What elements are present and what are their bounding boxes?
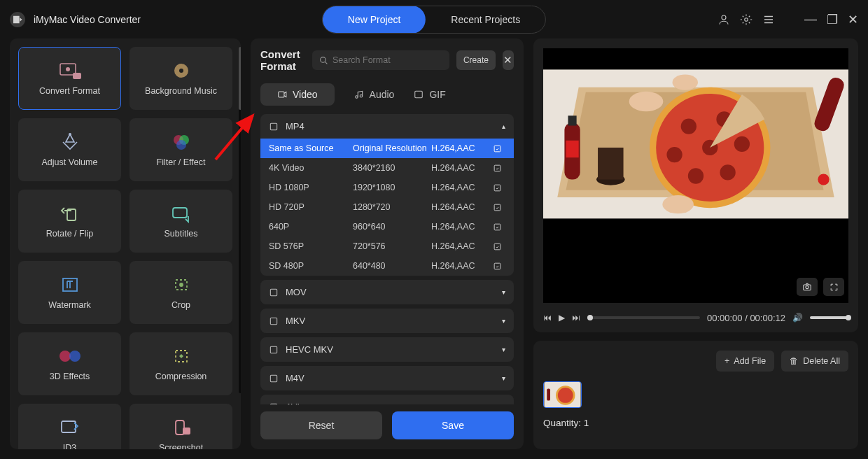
svg-rect-34 xyxy=(494,243,500,250)
tool-convert[interactable]: Convert Format xyxy=(18,47,121,110)
close-panel-button[interactable]: ✕ xyxy=(503,50,514,70)
account-icon[interactable] xyxy=(718,13,730,26)
fullscreen-button[interactable] xyxy=(823,278,844,296)
format-header[interactable]: MKV▾ xyxy=(260,309,514,333)
tool-crop[interactable]: Crop xyxy=(130,261,232,324)
chevron-down-icon: ▾ xyxy=(502,317,505,325)
format-row[interactable]: SD 480P640*480H.264,AAC xyxy=(260,256,514,276)
volume-icon[interactable]: 🔊 xyxy=(792,313,803,323)
format-header[interactable]: M4V▾ xyxy=(260,366,514,390)
format-row[interactable]: 640P960*640H.264,AAC xyxy=(260,217,514,236)
tool-music[interactable]: Background Music xyxy=(130,47,232,110)
preset-codec: H.264,AAC xyxy=(431,183,493,192)
svg-rect-12 xyxy=(173,208,187,218)
svg-point-65 xyxy=(806,286,808,289)
video-canvas[interactable] xyxy=(543,48,848,303)
title-bar: iMyMac Video Converter New Project Recen… xyxy=(0,0,868,38)
settings-icon[interactable] xyxy=(740,13,752,26)
format-header[interactable]: HEVC MKV▾ xyxy=(260,337,514,362)
reset-button[interactable]: Reset xyxy=(260,411,382,439)
tool-volume[interactable]: Adjust Volume xyxy=(18,118,121,181)
recent-projects-button[interactable]: Recent Projects xyxy=(426,6,545,34)
tool-3d[interactable]: 3D Effects xyxy=(18,332,121,395)
tool-panel-scrollbar[interactable] xyxy=(239,47,241,393)
delete-all-button[interactable]: 🗑Delete All xyxy=(781,351,848,372)
menu-icon[interactable] xyxy=(762,13,775,26)
tab-gif[interactable]: GIF xyxy=(414,89,445,100)
tool-label: Screenshot xyxy=(159,443,203,449)
volume-slider[interactable] xyxy=(810,316,848,319)
edit-preset-icon[interactable] xyxy=(493,144,505,153)
edit-preset-icon[interactable] xyxy=(493,262,505,271)
tool-label: Crop xyxy=(172,300,190,310)
format-row[interactable]: Same as SourceOriginal ResolutionH.264,A… xyxy=(260,139,514,158)
search-format-input[interactable] xyxy=(332,55,442,65)
preset-name: 640P xyxy=(269,222,353,232)
convert-icon xyxy=(56,61,84,80)
tool-label: Convert Format xyxy=(39,86,100,96)
svg-rect-30 xyxy=(494,165,500,171)
edit-preset-icon[interactable] xyxy=(493,203,505,212)
snapshot-button[interactable] xyxy=(797,278,818,296)
format-row[interactable]: SD 576P720*576H.264,AAC xyxy=(260,236,514,256)
edit-preset-icon[interactable] xyxy=(493,164,505,173)
save-button[interactable]: Save xyxy=(392,411,514,439)
preset-name: HD 720P xyxy=(269,202,353,212)
create-format-button[interactable]: Create xyxy=(456,50,496,70)
file-thumbnail[interactable] xyxy=(543,381,582,408)
tool-compress[interactable]: Compression xyxy=(130,332,232,395)
tool-id3[interactable]: ID3 xyxy=(18,404,121,449)
svg-point-10 xyxy=(176,140,186,150)
new-project-button[interactable]: New Project xyxy=(323,6,426,34)
svg-point-62 xyxy=(662,195,694,213)
trash-icon: 🗑 xyxy=(790,356,799,366)
next-button[interactable]: ⏭ xyxy=(572,313,580,323)
tool-subtitles[interactable]: Subtitles xyxy=(130,190,232,253)
preset-resolution: 1280*720 xyxy=(353,202,431,212)
format-header[interactable]: MP4▴ xyxy=(260,114,514,139)
svg-rect-38 xyxy=(270,346,276,353)
play-button[interactable]: ▶ xyxy=(559,313,565,323)
format-header[interactable]: MOV▾ xyxy=(260,280,514,304)
window-maximize-icon[interactable]: ❐ xyxy=(827,12,838,27)
tab-video[interactable]: Video xyxy=(260,83,335,106)
crop-icon xyxy=(167,275,195,295)
svg-point-49 xyxy=(734,136,750,152)
svg-rect-19 xyxy=(62,421,76,432)
prev-button[interactable]: ⏮ xyxy=(543,313,552,323)
window-close-icon[interactable]: ✕ xyxy=(848,12,858,27)
app-title: iMyMac Video Converter xyxy=(34,14,141,25)
seek-slider[interactable] xyxy=(587,316,700,319)
tool-rotate[interactable]: Rotate / Flip xyxy=(18,190,121,253)
format-name: HEVC MKV xyxy=(286,344,333,355)
compress-icon xyxy=(167,346,195,366)
svg-rect-55 xyxy=(566,141,578,157)
format-row[interactable]: 4K Video3840*2160H.264,AAC xyxy=(260,158,514,178)
tool-watermark[interactable]: Watermark xyxy=(18,261,121,324)
edit-preset-icon[interactable] xyxy=(493,183,505,192)
svg-point-52 xyxy=(666,147,682,162)
add-file-button[interactable]: +Add File xyxy=(716,351,774,372)
volume-icon xyxy=(56,132,84,152)
search-format-field[interactable] xyxy=(312,50,449,70)
svg-point-47 xyxy=(681,118,696,134)
file-quantity: Quantity: 1 xyxy=(543,418,848,428)
time-display: 00:00:00 / 00:00:12 xyxy=(707,313,785,323)
format-header[interactable]: AVI▾ xyxy=(260,395,514,404)
tool-filter[interactable]: Filter / Effect xyxy=(130,118,232,181)
plus-icon: + xyxy=(724,356,729,366)
3d-icon xyxy=(56,346,84,366)
format-row[interactable]: HD 720P1280*720H.264,AAC xyxy=(260,197,514,217)
format-row[interactable]: HD 1080P1920*1080H.264,AAC xyxy=(260,178,514,197)
edit-preset-icon[interactable] xyxy=(493,242,505,251)
format-group-hevc-mkv: HEVC MKV▾ xyxy=(260,337,514,362)
tab-audio[interactable]: Audio xyxy=(354,89,395,100)
edit-preset-icon[interactable] xyxy=(493,223,505,232)
tool-screenshot[interactable]: Screenshot xyxy=(130,404,232,449)
window-minimize-icon[interactable]: — xyxy=(804,12,817,27)
tool-label: ID3 xyxy=(63,443,76,449)
id3-icon xyxy=(56,418,84,437)
svg-rect-27 xyxy=(415,91,423,97)
format-icon xyxy=(269,374,279,383)
svg-point-51 xyxy=(688,168,704,183)
